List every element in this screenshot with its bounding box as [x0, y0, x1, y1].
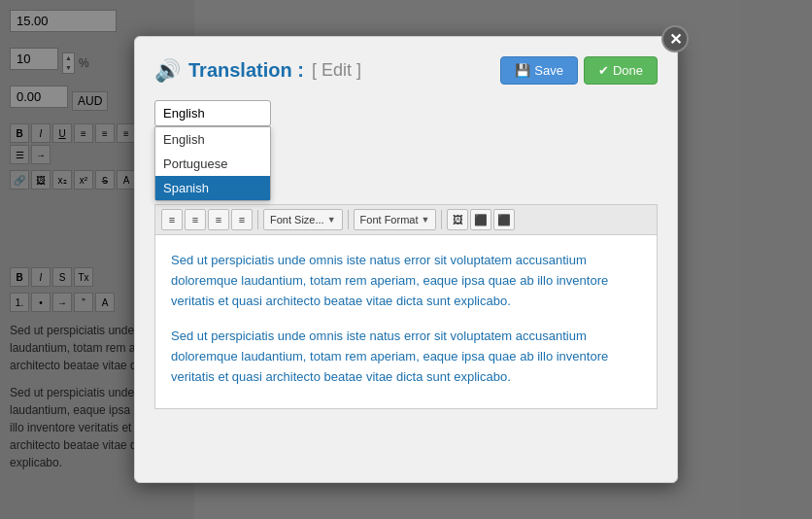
- tb-align-justify-btn[interactable]: ≡: [231, 209, 253, 230]
- tb-align-center-btn[interactable]: ≡: [185, 209, 206, 230]
- font-format-label: Font Format: [360, 214, 419, 225]
- save-label: Save: [534, 63, 563, 78]
- close-button[interactable]: ✕: [661, 25, 689, 52]
- tb-align-left-btn[interactable]: ≡: [161, 209, 183, 230]
- tb-separator1: [257, 210, 258, 229]
- editor-paragraph2: Sed ut perspiciatis unde omnis iste natu…: [171, 327, 641, 387]
- font-format-arrow-icon: ▼: [421, 215, 429, 225]
- checkmark-icon: ✔: [598, 63, 609, 78]
- done-button[interactable]: ✔ Done: [584, 56, 658, 85]
- dropdown-item-spanish[interactable]: Spanish: [155, 176, 270, 200]
- tb-align-left2-btn[interactable]: ⬛: [470, 209, 491, 230]
- speaker-icon: 🔊: [154, 58, 181, 84]
- tb-align-right-btn[interactable]: ≡: [208, 209, 229, 230]
- editor-paragraph1: Sed ut perspiciatis unde omnis iste natu…: [171, 251, 641, 311]
- dropdown-item-portuguese[interactable]: Portuguese: [155, 152, 270, 176]
- tb-align-right2-btn[interactable]: ⬛: [493, 209, 515, 230]
- done-label: Done: [613, 63, 643, 78]
- font-size-arrow-icon: ▼: [327, 215, 336, 225]
- tb-separator2: [348, 210, 349, 229]
- language-selector-container: English Portuguese Spanish English Portu…: [154, 100, 658, 126]
- save-button[interactable]: 💾 Save: [500, 56, 578, 85]
- save-icon: 💾: [515, 63, 530, 78]
- editor-content[interactable]: Sed ut perspiciatis unde omnis iste natu…: [154, 234, 658, 409]
- modal-actions: 💾 Save ✔ Done: [500, 56, 658, 85]
- editor-toolbar: ≡ ≡ ≡ ≡ Font Size... ▼ Font Format ▼ 🖼 ⬛…: [154, 204, 658, 234]
- modal-title: 🔊 Translation : [ Edit ]: [154, 58, 361, 84]
- font-format-dropdown[interactable]: Font Format ▼: [354, 209, 437, 230]
- translation-modal: ✕ 🔊 Translation : [ Edit ] 💾 Save ✔ Done: [134, 36, 678, 483]
- language-dropdown[interactable]: English Portuguese Spanish: [154, 126, 271, 201]
- tb-separator3: [441, 210, 442, 229]
- title-text: Translation :: [188, 59, 304, 82]
- language-select[interactable]: English Portuguese Spanish: [154, 100, 271, 126]
- modal-overlay: ✕ 🔊 Translation : [ Edit ] 💾 Save ✔ Done: [0, 0, 812, 519]
- dropdown-item-english[interactable]: English: [155, 127, 270, 152]
- font-size-dropdown[interactable]: Font Size... ▼: [263, 209, 343, 230]
- font-size-label: Font Size...: [270, 214, 324, 225]
- modal-header: 🔊 Translation : [ Edit ] 💾 Save ✔ Done: [154, 56, 658, 85]
- edit-label: [ Edit ]: [312, 60, 361, 81]
- tb-img-btn[interactable]: 🖼: [447, 209, 468, 230]
